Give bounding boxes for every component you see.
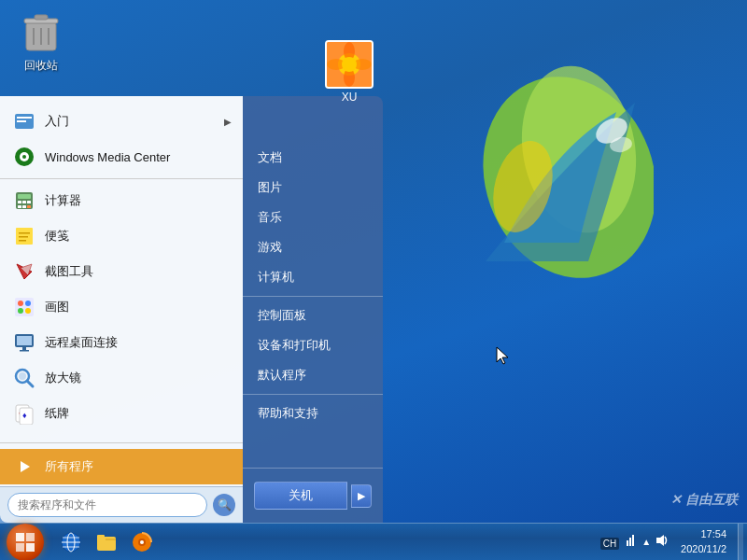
wmc-icon — [11, 144, 37, 170]
all-programs-section: 所有程序 — [0, 447, 243, 486]
all-programs-item[interactable]: 所有程序 — [0, 449, 243, 484]
rdp-icon — [11, 329, 37, 356]
cursor — [495, 345, 514, 371]
all-programs-label: 所有程序 — [45, 458, 93, 475]
start-menu-right-panel: XU 文档 图片 音乐 游戏 计算机 控制面板 设备和打印机 — [243, 96, 383, 523]
svg-line-40 — [27, 381, 33, 386]
menu-divider-1 — [0, 178, 243, 179]
svg-rect-22 — [18, 205, 21, 208]
menu-item-wmc[interactable]: Windows Media Center — [0, 139, 243, 175]
menu-item-paint-label: 画图 — [45, 299, 69, 315]
clock-date: 2020/11/2 — [681, 542, 726, 556]
desktop: 回收站 入门 ▶ Windows Media — [0, 0, 747, 560]
brand-x: ✕ 自由互联 — [670, 492, 738, 507]
menu-item-getting-started-label: 入门 — [45, 113, 69, 130]
right-item-computer[interactable]: 计算机 — [243, 262, 383, 292]
search-button[interactable]: 🔍 — [213, 494, 235, 516]
svg-marker-45 — [21, 461, 30, 472]
menu-item-wmc-label: Windows Media Center — [45, 150, 170, 164]
search-input[interactable] — [7, 493, 207, 517]
svg-rect-28 — [19, 240, 26, 242]
menu-item-snip-label: 截图工具 — [45, 263, 93, 280]
taskbar: CH ▲ 17:54 2020/11/2 — [0, 523, 747, 560]
start-orb — [7, 524, 44, 561]
tray-speaker-icon[interactable] — [655, 533, 669, 551]
svg-rect-26 — [19, 232, 30, 234]
start-button[interactable] — [0, 524, 50, 561]
menu-divider-2 — [0, 442, 243, 443]
taskbar-ie-icon[interactable] — [54, 525, 88, 559]
user-name: XU — [342, 91, 358, 104]
desktop-wallpaper-logo — [448, 56, 654, 302]
shutdown-arrow-button[interactable]: ▶ — [351, 484, 372, 508]
getting-started-arrow: ▶ — [224, 117, 232, 127]
all-programs-icon — [11, 454, 37, 480]
menu-item-magnifier-label: 放大镜 — [45, 370, 81, 386]
svg-rect-23 — [22, 205, 26, 208]
svg-point-16 — [22, 155, 26, 159]
user-avatar[interactable] — [325, 40, 374, 89]
svg-rect-24 — [27, 205, 31, 208]
svg-rect-35 — [17, 336, 32, 345]
menu-item-magnifier[interactable]: 放大镜 — [0, 360, 243, 396]
menu-item-sticky[interactable]: 便笺 — [0, 218, 243, 254]
taskbar-media-icon[interactable] — [125, 525, 159, 559]
svg-rect-21 — [27, 201, 31, 203]
recycle-bin-icon — [19, 9, 63, 54]
show-desktop-button[interactable] — [738, 524, 743, 561]
menu-item-getting-started[interactable]: 入门 ▶ — [0, 104, 243, 139]
start-menu-left-panel: 入门 ▶ Windows Media Center 计算器 — [0, 96, 243, 523]
svg-rect-13 — [17, 120, 26, 122]
right-item-help[interactable]: 帮助和支持 — [243, 399, 383, 428]
magnifier-icon — [11, 365, 37, 391]
menu-item-rdp[interactable]: 远程桌面连接 — [0, 325, 243, 360]
tray-up-arrow[interactable]: ▲ — [641, 537, 651, 547]
svg-rect-18 — [18, 194, 31, 199]
right-item-devices[interactable]: 设备和打印机 — [243, 330, 383, 360]
recycle-bin[interactable]: 回收站 — [19, 9, 63, 74]
taskbar-programs — [50, 524, 159, 561]
svg-rect-37 — [20, 350, 29, 352]
paint-icon — [11, 294, 37, 320]
right-item-pictures[interactable]: 图片 — [243, 173, 383, 203]
menu-item-snip[interactable]: 截图工具 — [0, 254, 243, 289]
recycle-bin-label: 回收站 — [24, 58, 58, 74]
right-item-games[interactable]: 游戏 — [243, 232, 383, 262]
svg-point-33 — [25, 308, 31, 314]
svg-rect-12 — [17, 117, 32, 119]
clock-time: 17:54 — [681, 527, 726, 541]
taskbar-clock[interactable]: 17:54 2020/11/2 — [673, 527, 734, 556]
menu-item-solitaire[interactable]: ♠♦ 纸牌 — [0, 396, 243, 431]
svg-point-53 — [342, 57, 357, 72]
svg-rect-27 — [19, 236, 28, 238]
right-item-default-programs[interactable]: 默认程序 — [243, 360, 383, 390]
shutdown-button[interactable]: 关机 — [254, 482, 347, 510]
menu-item-rdp-label: 远程桌面连接 — [45, 334, 118, 351]
start-menu: 入门 ▶ Windows Media Center 计算器 — [0, 96, 383, 523]
right-item-control-panel[interactable]: 控制面板 — [243, 301, 383, 330]
svg-rect-61 — [97, 535, 105, 539]
svg-point-32 — [18, 308, 23, 314]
menu-item-calculator[interactable]: 计算器 — [0, 183, 243, 218]
svg-rect-67 — [632, 535, 634, 546]
svg-rect-65 — [627, 540, 628, 546]
shutdown-row: 关机 ▶ — [243, 476, 383, 515]
user-section: XU — [325, 40, 374, 104]
right-divider — [243, 296, 383, 297]
sticky-icon — [11, 223, 37, 249]
right-item-music[interactable]: 音乐 — [243, 203, 383, 232]
solitaire-icon: ♠♦ — [11, 400, 37, 427]
svg-rect-7 — [35, 15, 48, 20]
taskbar-explorer-icon[interactable] — [90, 525, 123, 559]
svg-rect-29 — [15, 298, 34, 316]
taskbar-tray: CH ▲ 17:54 2020/11/2 — [600, 524, 747, 561]
tray-network-icon[interactable] — [623, 533, 638, 551]
menu-item-solitaire-label: 纸牌 — [45, 405, 69, 422]
getting-started-icon — [11, 108, 37, 134]
tray-ch-label[interactable]: CH — [600, 535, 619, 550]
right-item-documents[interactable]: 文档 — [243, 143, 383, 173]
svg-rect-66 — [629, 538, 631, 546]
svg-rect-36 — [22, 347, 26, 350]
menu-item-paint[interactable]: 画图 — [0, 289, 243, 325]
svg-rect-19 — [18, 201, 21, 203]
